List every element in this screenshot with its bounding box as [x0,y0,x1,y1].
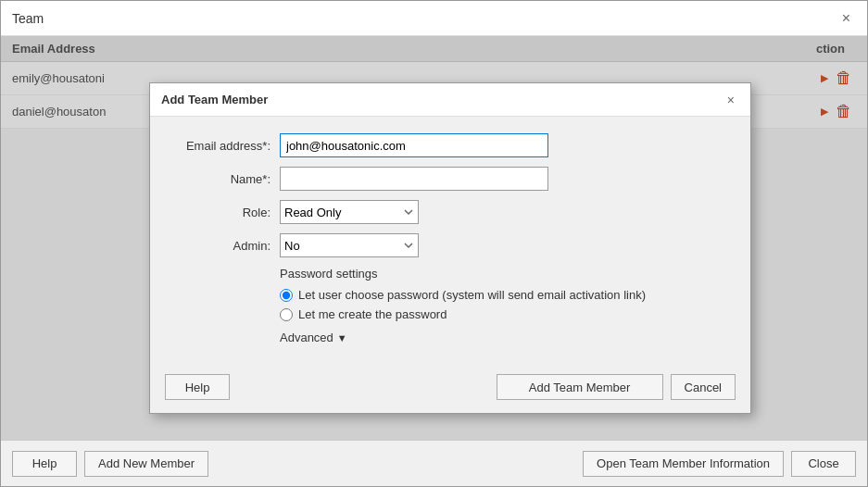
email-form-row: Email address*: [169,133,732,157]
role-label: Role: [169,206,280,219]
modal-body: Email address*: Name*: Role: Read Only E… [150,117,750,367]
role-select[interactable]: Read Only Editor Admin [280,200,419,224]
email-label: Email address*: [169,139,280,153]
admin-form-row: Admin: No Yes [169,233,732,257]
cancel-button[interactable]: Cancel [671,374,736,400]
window-close-button[interactable]: × [837,9,856,28]
window-title: Team [12,11,44,26]
radio-row-option1: Let user choose password (system will se… [280,288,732,302]
help-button[interactable]: Help [12,451,77,477]
add-team-member-dialog: Add Team Member × Email address*: Name*:… [149,82,751,414]
open-team-info-button[interactable]: Open Team Member Information [583,451,784,477]
add-team-member-button[interactable]: Add Team Member [497,374,663,400]
advanced-label: Advanced [280,331,333,344]
radio-row-option2: Let me create the password [280,307,732,321]
modal-title: Add Team Member [161,93,268,106]
close-button[interactable]: Close [791,451,856,477]
add-new-member-button[interactable]: Add New Member [84,451,208,477]
password-settings-title: Password settings [280,267,732,281]
radio-me-create-label: Let me create the password [298,307,447,321]
title-bar: Team × [1,1,867,36]
main-window: Team × Email Address ction emily@housato… [0,0,868,487]
advanced-row[interactable]: Advanced ▼ [169,331,732,344]
radio-user-choose-label: Let user choose password (system will se… [298,288,646,302]
radio-user-choose[interactable] [280,289,293,302]
bottom-bar: Help Add New Member Open Team Member Inf… [1,440,867,486]
modal-footer: Help Add Team Member Cancel [150,367,750,413]
advanced-arrow-icon: ▼ [337,332,347,343]
modal-close-button[interactable]: × [723,91,739,109]
name-input[interactable] [280,167,548,191]
modal-footer-right: Add Team Member Cancel [497,374,736,400]
role-form-row: Role: Read Only Editor Admin [169,200,732,224]
bottom-bar-right: Open Team Member Information Close [583,451,856,477]
admin-select[interactable]: No Yes [280,233,419,257]
name-form-row: Name*: [169,167,732,191]
email-input[interactable] [280,133,548,157]
content-area: Email Address ction emily@housatoni ▶ 🗑 … [1,36,867,440]
modal-help-button[interactable]: Help [165,374,230,400]
modal-title-bar: Add Team Member × [150,83,750,117]
name-label: Name*: [169,172,280,186]
password-settings-section: Password settings Let user choose passwo… [169,267,732,321]
admin-label: Admin: [169,239,280,253]
radio-me-create[interactable] [280,308,293,321]
